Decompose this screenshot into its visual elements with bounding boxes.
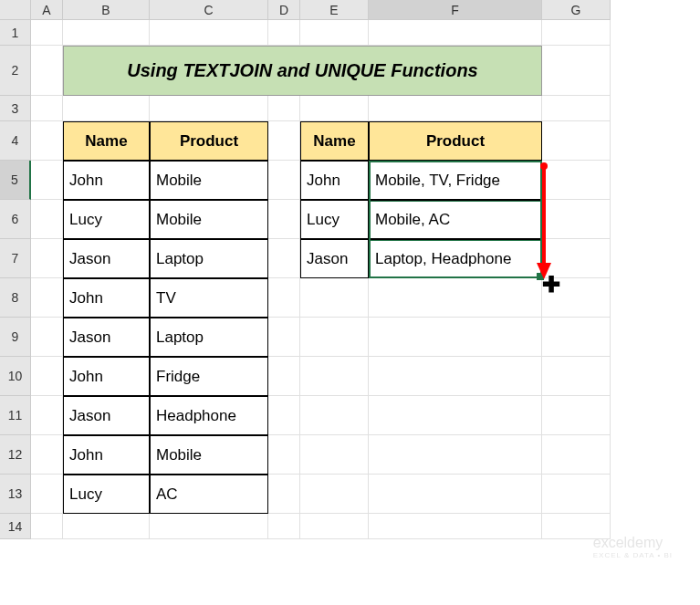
row-header-14[interactable]: 14: [0, 514, 31, 539]
cell-D5[interactable]: [268, 161, 300, 200]
cell-A10[interactable]: [31, 357, 63, 396]
cell-G10[interactable]: [542, 357, 611, 396]
row-header-11[interactable]: 11: [0, 396, 31, 435]
cell-C1[interactable]: [150, 20, 268, 46]
cell-F13[interactable]: [369, 475, 542, 514]
cell-A1[interactable]: [31, 20, 63, 46]
cell-A4[interactable]: [31, 121, 63, 161]
row-header-6[interactable]: 6: [0, 200, 31, 239]
cell-D10[interactable]: [268, 357, 300, 396]
row-header-1[interactable]: 1: [0, 20, 31, 46]
cell-F11[interactable]: [369, 396, 542, 435]
cell-D3[interactable]: [268, 96, 300, 121]
cell-G6[interactable]: [542, 200, 611, 239]
cell-G14[interactable]: [542, 514, 611, 539]
table1-r8-name[interactable]: Lucy: [63, 475, 150, 514]
table1-r0-product[interactable]: Mobile: [150, 161, 268, 200]
cell-G5[interactable]: [542, 161, 611, 200]
cell-D14[interactable]: [268, 514, 300, 539]
col-header-B[interactable]: B: [63, 0, 150, 20]
cell-G7[interactable]: [542, 239, 611, 278]
cell-G1[interactable]: [542, 20, 611, 46]
cell-D11[interactable]: [268, 396, 300, 435]
cell-D9[interactable]: [268, 318, 300, 357]
cell-A9[interactable]: [31, 318, 63, 357]
row-header-4[interactable]: 4: [0, 121, 31, 161]
cell-A13[interactable]: [31, 475, 63, 514]
cell-C3[interactable]: [150, 96, 268, 121]
cell-E9[interactable]: [300, 318, 369, 357]
cell-D4[interactable]: [268, 121, 300, 161]
table1-r1-name[interactable]: Lucy: [63, 200, 150, 239]
table2-r0-name[interactable]: John: [300, 161, 369, 200]
table2-r0-product[interactable]: Mobile, TV, Fridge: [369, 161, 542, 200]
row-header-8[interactable]: 8: [0, 278, 31, 318]
cell-A2[interactable]: [31, 46, 63, 96]
cell-A14[interactable]: [31, 514, 63, 539]
table1-r7-name[interactable]: John: [63, 435, 150, 475]
cell-D6[interactable]: [268, 200, 300, 239]
cell-A7[interactable]: [31, 239, 63, 278]
cell-G13[interactable]: [542, 475, 611, 514]
cell-D1[interactable]: [268, 20, 300, 46]
cell-A6[interactable]: [31, 200, 63, 239]
table2-r1-product[interactable]: Mobile, AC: [369, 200, 542, 239]
select-all-corner[interactable]: [0, 0, 31, 20]
cell-F9[interactable]: [369, 318, 542, 357]
table1-r8-product[interactable]: AC: [150, 475, 268, 514]
cell-A8[interactable]: [31, 278, 63, 318]
cell-A12[interactable]: [31, 435, 63, 475]
row-header-9[interactable]: 9: [0, 318, 31, 357]
table1-r3-name[interactable]: John: [63, 278, 150, 318]
cell-G4[interactable]: [542, 121, 611, 161]
cell-B3[interactable]: [63, 96, 150, 121]
title-cell[interactable]: Using TEXTJOIN and UNIQUE Functions: [63, 46, 542, 96]
table1-r6-name[interactable]: Jason: [63, 396, 150, 435]
col-header-C[interactable]: C: [150, 0, 268, 20]
table1-header-name[interactable]: Name: [63, 121, 150, 161]
cell-D8[interactable]: [268, 278, 300, 318]
col-header-A[interactable]: A: [31, 0, 63, 20]
cell-D7[interactable]: [268, 239, 300, 278]
cell-F1[interactable]: [369, 20, 542, 46]
col-header-E[interactable]: E: [300, 0, 369, 20]
cell-G3[interactable]: [542, 96, 611, 121]
cell-G12[interactable]: [542, 435, 611, 475]
cell-E12[interactable]: [300, 435, 369, 475]
row-header-10[interactable]: 10: [0, 357, 31, 396]
table2-r2-name[interactable]: Jason: [300, 239, 369, 278]
cell-G11[interactable]: [542, 396, 611, 435]
cell-G2[interactable]: [542, 46, 611, 96]
cell-E1[interactable]: [300, 20, 369, 46]
table1-r5-name[interactable]: John: [63, 357, 150, 396]
row-header-13[interactable]: 13: [0, 475, 31, 514]
cell-E8[interactable]: [300, 278, 369, 318]
table2-header-product[interactable]: Product: [369, 121, 542, 161]
cell-E3[interactable]: [300, 96, 369, 121]
table1-header-product[interactable]: Product: [150, 121, 268, 161]
cell-A5[interactable]: [31, 161, 63, 200]
row-header-7[interactable]: 7: [0, 239, 31, 278]
cell-G8[interactable]: [542, 278, 611, 318]
cell-D13[interactable]: [268, 475, 300, 514]
table1-r5-product[interactable]: Fridge: [150, 357, 268, 396]
row-header-5[interactable]: 5: [0, 161, 31, 200]
cell-F3[interactable]: [369, 96, 542, 121]
table1-r3-product[interactable]: TV: [150, 278, 268, 318]
table1-r0-name[interactable]: John: [63, 161, 150, 200]
cell-A3[interactable]: [31, 96, 63, 121]
fill-handle[interactable]: [537, 273, 544, 280]
cell-E13[interactable]: [300, 475, 369, 514]
col-header-G[interactable]: G: [542, 0, 611, 20]
cell-A11[interactable]: [31, 396, 63, 435]
col-header-D[interactable]: D: [268, 0, 300, 20]
cell-G9[interactable]: [542, 318, 611, 357]
cell-F8[interactable]: [369, 278, 542, 318]
cell-F12[interactable]: [369, 435, 542, 475]
row-header-3[interactable]: 3: [0, 96, 31, 121]
table1-r1-product[interactable]: Mobile: [150, 200, 268, 239]
cell-B1[interactable]: [63, 20, 150, 46]
table2-header-name[interactable]: Name: [300, 121, 369, 161]
table1-r4-name[interactable]: Jason: [63, 318, 150, 357]
cell-E10[interactable]: [300, 357, 369, 396]
